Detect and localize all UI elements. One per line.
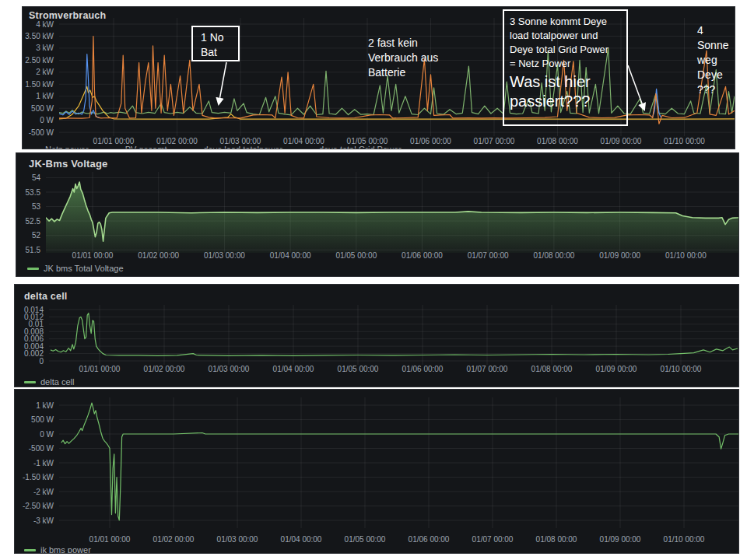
svg-text:-500 W: -500 W: [29, 444, 54, 453]
svg-text:01/08 00:00: 01/08 00:00: [536, 535, 577, 544]
svg-text:1 kW: 1 kW: [36, 92, 54, 100]
svg-text:52.5: 52.5: [26, 217, 41, 226]
jk-bms-power-graph[interactable]: 1 kW500 W0 W-500 W-1 kW-1.50 kW-2 kW-2.5…: [15, 390, 739, 554]
svg-text:4 kW: 4 kW: [36, 20, 54, 29]
legend-jk-bms-power: jk bms power: [24, 545, 91, 554]
series-dash-icon: [109, 149, 121, 150]
dashboard: Stromverbrauch 4 kW3.50 kW3 kW2.50 kW2 k…: [0, 0, 747, 560]
svg-text:0: 0: [39, 357, 44, 366]
svg-text:-500 W: -500 W: [29, 128, 54, 137]
svg-text:01/01 00:00: 01/01 00:00: [79, 365, 121, 373]
panel-jk-bms-power: 1 kW500 W0 W-500 W-1 kW-1.50 kW-2 kW-2.5…: [14, 389, 739, 554]
legend-item-jk-bms-total-voltage[interactable]: JK bms Total Voltage: [27, 264, 124, 273]
svg-text:01/08 00:00: 01/08 00:00: [537, 137, 578, 145]
panel-delta-cell: delta cell 0.0140.0120.010.0080.0060.004…: [14, 284, 739, 387]
legend-label: deye total Grid Power: [319, 145, 402, 149]
svg-text:01/02 00:00: 01/02 00:00: [153, 535, 195, 544]
legend-item-delta-cell[interactable]: delta cell: [24, 377, 74, 387]
legend-jk-bms-voltage: JK bms Total Voltage: [27, 264, 124, 273]
svg-text:500 W: 500 W: [31, 104, 54, 113]
svg-text:01/06 00:00: 01/06 00:00: [402, 365, 444, 373]
svg-text:01/07 00:00: 01/07 00:00: [467, 365, 508, 373]
svg-text:01/07 00:00: 01/07 00:00: [474, 137, 515, 145]
legend-label: JK bms Total Voltage: [44, 264, 124, 273]
svg-text:-2 kW: -2 kW: [33, 488, 54, 496]
legend-item-netz-power[interactable]: Netz power: [29, 145, 89, 149]
legend-item-deye-load-totalpower[interactable]: deye load totalpower: [187, 145, 282, 149]
annotation-sonne-weg: 4 Sonne weg Deye ???: [697, 23, 728, 97]
annotation-fast-kein-verbrauch: 2 fast kein Verbrauch aus Batterie: [368, 36, 438, 80]
svg-text:2 kW: 2 kW: [36, 68, 54, 76]
series-dash-icon: [187, 149, 198, 150]
svg-text:01/04 00:00: 01/04 00:00: [273, 365, 314, 373]
delta-cell-graph[interactable]: 0.0140.0120.010.0080.0060.0040.002001/01…: [15, 285, 739, 387]
legend-label: jk bms power: [40, 545, 91, 554]
svg-text:01/03 00:00: 01/03 00:00: [217, 535, 258, 544]
annotation-sonne-kommt: 3 Sonne kommt Deye load totalpower und D…: [503, 9, 628, 126]
series-dash-icon: [29, 149, 40, 150]
svg-text:53.5: 53.5: [26, 188, 41, 197]
series-dash-icon: [24, 549, 36, 551]
svg-text:01/09 00:00: 01/09 00:00: [601, 137, 642, 145]
series-dash-icon: [27, 268, 39, 270]
svg-text:01/06 00:00: 01/06 00:00: [410, 137, 451, 145]
series-dash-icon: [24, 381, 36, 383]
legend-label: PV gesamt: [125, 145, 167, 149]
legend-stromverbrauch: Netz power PV gesamt deye load totalpowe…: [29, 145, 402, 149]
svg-text:52: 52: [32, 231, 41, 240]
panel-jk-bms-voltage: JK-Bms Voltage 5453.55352.55251.501/01 0…: [16, 152, 739, 277]
svg-text:01/01 00:00: 01/01 00:00: [89, 535, 131, 544]
legend-label: delta cell: [40, 377, 74, 387]
legend-label: Netz power: [45, 145, 89, 149]
annotation-was-ist-hier-passiert: Was ist hier passiert???: [510, 72, 621, 111]
svg-text:-1.50 kW: -1.50 kW: [23, 473, 54, 481]
svg-text:51.5: 51.5: [26, 246, 41, 254]
svg-text:01/08 00:00: 01/08 00:00: [531, 365, 573, 373]
svg-text:54: 54: [32, 173, 41, 182]
legend-item-pv-gesamt[interactable]: PV gesamt: [109, 145, 167, 149]
svg-text:01/03 00:00: 01/03 00:00: [209, 365, 250, 373]
svg-text:-3 kW: -3 kW: [33, 516, 54, 525]
legend-delta-cell: delta cell: [24, 377, 74, 387]
svg-text:0 W: 0 W: [40, 430, 54, 439]
svg-text:1 kW: 1 kW: [36, 401, 54, 410]
jk-bms-voltage-graph[interactable]: 5453.55352.55251.501/01 00:0001/02 00:00…: [16, 153, 739, 277]
annotation-sonne-kommt-text: 3 Sonne kommt Deye load totalpower und D…: [510, 15, 621, 71]
svg-text:01/10 00:00: 01/10 00:00: [664, 535, 705, 544]
svg-text:01/06 00:00: 01/06 00:00: [409, 535, 450, 544]
svg-text:3.50 kW: 3.50 kW: [25, 32, 54, 40]
svg-text:01/02 00:00: 01/02 00:00: [144, 365, 185, 373]
svg-text:3 kW: 3 kW: [36, 44, 54, 52]
svg-text:01/05 00:00: 01/05 00:00: [345, 535, 386, 544]
svg-text:01/07 00:00: 01/07 00:00: [472, 535, 514, 544]
svg-text:01/10 00:00: 01/10 00:00: [664, 137, 705, 145]
svg-text:2.50 kW: 2.50 kW: [25, 56, 54, 65]
svg-text:01/04 00:00: 01/04 00:00: [281, 535, 322, 544]
svg-text:01/10 00:00: 01/10 00:00: [661, 365, 702, 373]
annotation-no-bat: 1 No Bat: [191, 26, 240, 61]
svg-text:-1 kW: -1 kW: [33, 459, 54, 467]
legend-item-jk-bms-power[interactable]: jk bms power: [24, 545, 91, 554]
svg-text:01/09 00:00: 01/09 00:00: [596, 365, 637, 373]
svg-text:1.50 kW: 1.50 kW: [25, 80, 54, 89]
series-dash-icon: [303, 149, 314, 150]
svg-text:01/09 00:00: 01/09 00:00: [600, 535, 641, 544]
svg-text:500 W: 500 W: [31, 415, 54, 424]
legend-label: deye load totalpower: [203, 145, 282, 149]
svg-text:-2.50 kW: -2.50 kW: [23, 502, 54, 510]
svg-text:0 W: 0 W: [40, 116, 54, 124]
svg-text:01/05 00:00: 01/05 00:00: [338, 365, 379, 373]
legend-item-deye-total-grid-power[interactable]: deye total Grid Power: [303, 145, 402, 149]
svg-text:53: 53: [32, 202, 41, 211]
